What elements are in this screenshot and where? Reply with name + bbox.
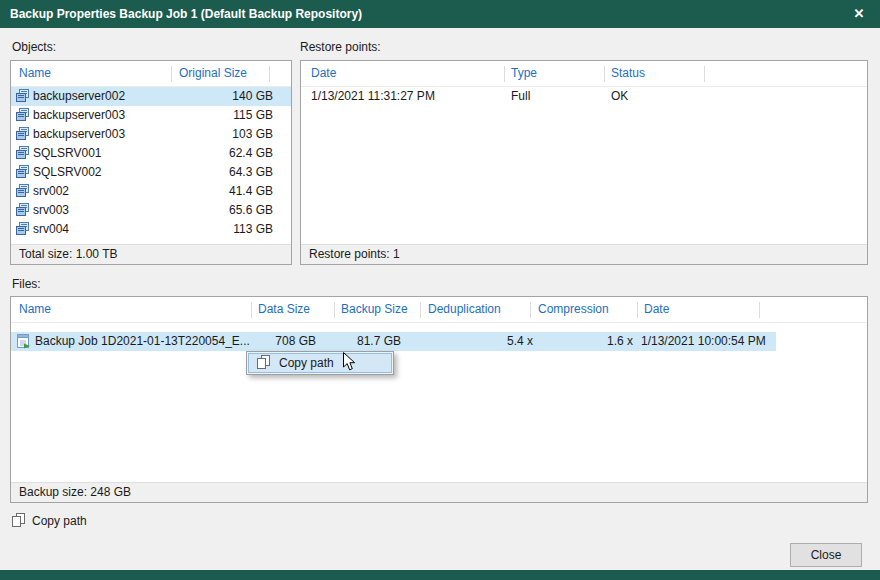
files-col-deduplication[interactable]: Deduplication	[428, 297, 501, 322]
files-header: Name Data Size Backup Size Deduplication…	[11, 297, 867, 323]
file-compression: 1.6 x	[551, 332, 633, 351]
objects-list: Name Original Size backupserver002 140 G…	[10, 60, 292, 265]
object-name: backupserver003	[33, 108, 125, 122]
column-separator	[504, 66, 505, 82]
restore-points-footer: Restore points: 1	[301, 244, 867, 264]
restore-points-list: Date Type Status 1/13/2021 11:31:27 PM F…	[300, 60, 868, 265]
context-menu: Copy path	[246, 351, 394, 375]
object-size: 115 GB	[233, 106, 273, 125]
object-size: 41.4 GB	[229, 182, 273, 201]
restore-point-row[interactable]: 1/13/2021 11:31:27 PM Full OK	[301, 87, 867, 106]
object-size: 103 GB	[232, 125, 273, 144]
restore-points-label: Restore points:	[300, 40, 381, 54]
server-icon	[16, 163, 29, 182]
objects-label: Objects:	[12, 40, 56, 54]
object-row[interactable]: srv003 65.6 GB	[11, 201, 291, 220]
restore-point-status: OK	[611, 87, 628, 106]
restore-col-date[interactable]: Date	[311, 61, 336, 86]
restore-point-type: Full	[511, 87, 530, 106]
file-name: Backup Job 1D2021-01-13T220054_E...	[35, 332, 250, 351]
column-separator	[604, 66, 605, 82]
object-row[interactable]: srv002 41.4 GB	[11, 182, 291, 201]
object-name: backupserver003	[33, 127, 125, 141]
files-col-date[interactable]: Date	[644, 297, 669, 322]
object-row[interactable]: backupserver003 103 GB	[11, 125, 291, 144]
object-row[interactable]: SQLSRV001 62.4 GB	[11, 144, 291, 163]
objects-footer: Total size: 1.00 TB	[11, 244, 291, 264]
column-separator	[334, 302, 335, 318]
server-icon	[16, 201, 29, 220]
copy-icon	[257, 355, 270, 371]
objects-header: Name Original Size	[11, 61, 291, 87]
column-separator	[420, 302, 421, 318]
restore-col-status[interactable]: Status	[611, 61, 645, 86]
file-date: 1/13/2021 10:00:54 PM	[641, 332, 766, 351]
object-size: 62.4 GB	[229, 144, 273, 163]
window-bottom-border	[0, 570, 880, 580]
server-icon	[16, 144, 29, 163]
server-icon	[16, 220, 29, 239]
object-size: 140 GB	[232, 87, 273, 106]
column-separator	[637, 302, 638, 318]
object-name: srv004	[33, 222, 69, 236]
files-list: Name Data Size Backup Size Deduplication…	[10, 296, 868, 503]
menu-item-copy-path[interactable]: Copy path	[248, 353, 392, 373]
total-size-text: Total size: 1.00 TB	[19, 247, 118, 261]
server-icon	[16, 87, 29, 106]
object-name: SQLSRV002	[33, 165, 102, 179]
titlebar: Backup Properties Backup Job 1 (Default …	[0, 0, 880, 28]
file-data-size: 708 GB	[241, 332, 316, 351]
copy-path-label: Copy path	[32, 514, 87, 528]
restore-col-type[interactable]: Type	[511, 61, 537, 86]
column-separator	[171, 66, 172, 82]
files-col-data-size[interactable]: Data Size	[258, 297, 310, 322]
file-row[interactable]: Backup Job 1D2021-01-13T220054_E... 708 …	[11, 332, 776, 351]
object-name: SQLSRV001	[33, 146, 102, 160]
restore-points-count-text: Restore points: 1	[309, 247, 400, 261]
column-separator	[704, 66, 705, 82]
object-row[interactable]: backupserver002 140 GB	[11, 87, 291, 106]
server-icon	[16, 125, 29, 144]
files-footer: Backup size: 248 GB	[11, 482, 867, 502]
files-col-backup-size[interactable]: Backup Size	[341, 297, 408, 322]
object-name: srv003	[33, 203, 69, 217]
close-button[interactable]: Close	[790, 543, 862, 567]
column-separator	[251, 302, 252, 318]
object-row[interactable]: SQLSRV002 64.3 GB	[11, 163, 291, 182]
object-name: srv002	[33, 184, 69, 198]
restore-points-header: Date Type Status	[301, 61, 867, 87]
object-size: 113 GB	[233, 220, 273, 239]
column-separator	[759, 302, 760, 318]
files-col-compression[interactable]: Compression	[538, 297, 609, 322]
objects-col-original-size[interactable]: Original Size	[179, 61, 247, 86]
files-label: Files:	[12, 277, 41, 291]
copy-icon	[12, 513, 25, 529]
objects-col-name[interactable]: Name	[19, 61, 51, 86]
object-row[interactable]: srv004 113 GB	[11, 220, 291, 239]
close-icon[interactable]: ✕	[838, 0, 880, 28]
server-icon	[16, 106, 29, 125]
object-size: 64.3 GB	[229, 163, 273, 182]
column-separator	[530, 302, 531, 318]
files-col-name[interactable]: Name	[19, 297, 51, 322]
server-icon	[16, 182, 29, 201]
backup-size-text: Backup size: 248 GB	[19, 485, 131, 499]
column-separator	[269, 66, 270, 82]
file-deduplication: 5.4 x	[451, 332, 533, 351]
file-backup-size: 81.7 GB	[329, 332, 401, 351]
window-title: Backup Properties Backup Job 1 (Default …	[10, 7, 362, 21]
backup-file-icon	[16, 334, 31, 353]
menu-item-label: Copy path	[279, 356, 334, 370]
copy-path-button[interactable]: Copy path	[12, 512, 87, 530]
object-name: backupserver002	[33, 89, 125, 103]
object-row[interactable]: backupserver003 115 GB	[11, 106, 291, 125]
restore-point-date: 1/13/2021 11:31:27 PM	[311, 87, 435, 106]
object-size: 65.6 GB	[229, 201, 273, 220]
mouse-cursor-icon	[342, 351, 356, 375]
